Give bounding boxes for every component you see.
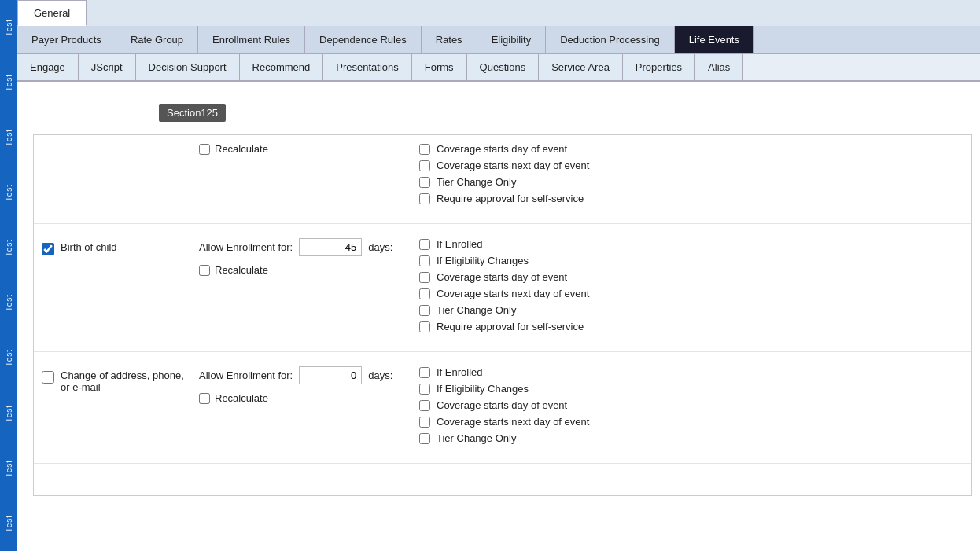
option-label: Require approval for self-service <box>437 193 584 204</box>
test-label-9: Test <box>5 460 13 477</box>
option-label: If Eligibility Changes <box>437 383 529 395</box>
test-label-3: Test <box>5 129 13 146</box>
option-label: Tier Change Only <box>437 304 516 316</box>
life-events-scroll-container[interactable]: Recalculate Coverage starts day of event… <box>33 134 972 496</box>
option-row: Coverage starts day of event <box>419 143 963 155</box>
change-of-address-checkbox[interactable] <box>42 371 54 384</box>
option-row: If Enrolled <box>419 238 963 250</box>
option-label: Tier Change Only <box>437 176 516 188</box>
option-label: Coverage starts next day of event <box>437 416 589 428</box>
tab-jscript[interactable]: JScript <box>79 54 136 80</box>
recalculate-label: Recalculate <box>215 264 268 276</box>
option-coverage-day-birth[interactable] <box>419 272 430 283</box>
tab-life-events[interactable]: Life Events <box>675 26 754 53</box>
allow-enrollment-label: Allow Enrollment for: <box>199 369 293 381</box>
recalculate-label: Recalculate <box>215 392 268 404</box>
enrollment-section-change-of-address: Allow Enrollment for: days: Recalculate <box>199 366 411 404</box>
test-sidebar: Test Test Test Test Test Test Test Test … <box>0 0 17 551</box>
option-coverage-next-day-birth[interactable] <box>419 288 430 299</box>
event-check-birth-of-child: Birth of child <box>42 238 199 255</box>
option-row: Coverage starts next day of event <box>419 160 963 171</box>
option-row: Coverage starts next day of event <box>419 416 963 428</box>
tab-recommend[interactable]: Recommend <box>240 54 324 80</box>
tab-enrollment-rules[interactable]: Enrollment Rules <box>198 26 305 53</box>
life-event-row-change-of-address: Change of address, phone,or e-mail Allow… <box>34 352 971 464</box>
option-label: If Eligibility Changes <box>437 255 529 266</box>
tab-eligibility[interactable]: Eligibility <box>477 26 547 53</box>
tab-decision-support[interactable]: Decision Support <box>136 54 240 80</box>
option-label: Tier Change Only <box>437 432 516 444</box>
options-section-top: Coverage starts day of event Coverage st… <box>411 143 963 209</box>
option-coverage-next-day-top[interactable] <box>419 160 430 171</box>
option-if-eligibility-address[interactable] <box>419 384 430 395</box>
tab-rates[interactable]: Rates <box>422 26 477 53</box>
option-if-enrolled-birth[interactable] <box>419 239 430 250</box>
enrollment-row: Allow Enrollment for: days: <box>199 238 411 256</box>
main-content: General Payer Products Rate Group Enroll… <box>17 0 980 551</box>
enrollment-days-input-birth-of-child[interactable] <box>299 238 362 256</box>
tab-general[interactable]: General <box>17 0 87 26</box>
section-label: Section125 <box>159 104 226 122</box>
option-label: Coverage starts day of event <box>437 143 567 155</box>
option-coverage-day-address[interactable] <box>419 400 430 411</box>
option-require-approval-birth[interactable] <box>419 321 430 332</box>
option-require-approval-top[interactable] <box>419 193 430 204</box>
option-label: If Enrolled <box>437 366 483 378</box>
allow-enrollment-label: Allow Enrollment for: <box>199 241 293 253</box>
recalculate-row: Recalculate <box>199 392 411 404</box>
tab-questions[interactable]: Questions <box>467 54 540 80</box>
options-section-change-of-address: If Enrolled If Eligibility Changes Cover… <box>411 366 963 449</box>
tab-bar-primary: Payer Products Rate Group Enrollment Rul… <box>17 26 980 54</box>
option-row: Tier Change Only <box>419 304 963 316</box>
partial-row: Recalculate Coverage starts day of event… <box>34 135 971 224</box>
birth-of-child-checkbox[interactable] <box>42 243 54 255</box>
tab-payer-products[interactable]: Payer Products <box>17 26 116 53</box>
recalculate-row: Recalculate <box>199 264 411 276</box>
option-coverage-day-top[interactable] <box>419 144 430 155</box>
option-row: Coverage starts day of event <box>419 399 963 411</box>
life-event-row-birth-of-child: Birth of child Allow Enrollment for: day… <box>34 224 971 352</box>
test-label-8: Test <box>5 405 13 422</box>
option-label: Coverage starts day of event <box>437 399 567 411</box>
tab-bar-secondary: Engage JScript Decision Support Recommen… <box>17 54 980 82</box>
tab-rate-group[interactable]: Rate Group <box>116 26 198 53</box>
test-label-1: Test <box>5 19 13 36</box>
tab-presentations[interactable]: Presentations <box>323 54 412 80</box>
tab-alias[interactable]: Alias <box>695 54 743 80</box>
option-if-eligibility-birth[interactable] <box>419 255 430 266</box>
recalculate-checkbox-address[interactable] <box>199 393 210 404</box>
option-row: Tier Change Only <box>419 176 963 188</box>
option-row: If Enrolled <box>419 366 963 378</box>
event-check-change-of-address: Change of address, phone,or e-mail <box>42 366 199 393</box>
tab-engage[interactable]: Engage <box>17 54 79 80</box>
option-row: If Eligibility Changes <box>419 255 963 266</box>
option-tier-change-birth[interactable] <box>419 305 430 316</box>
enrollment-days-input-address[interactable] <box>299 366 362 384</box>
tab-forms[interactable]: Forms <box>412 54 467 80</box>
option-row: Require approval for self-service <box>419 193 963 204</box>
tab-deduction-processing[interactable]: Deduction Processing <box>546 26 674 53</box>
recalculate-checkbox-birth-of-child[interactable] <box>199 265 210 276</box>
test-label-5: Test <box>5 239 13 256</box>
test-label-4: Test <box>5 184 13 201</box>
enrollment-section-birth-of-child: Allow Enrollment for: days: Recalculate <box>199 238 411 276</box>
birth-of-child-label: Birth of child <box>61 241 117 253</box>
options-section-birth-of-child: If Enrolled If Eligibility Changes Cover… <box>411 238 963 337</box>
test-label-2: Test <box>5 74 13 91</box>
option-row: Require approval for self-service <box>419 321 963 332</box>
tab-bar-general: General <box>17 0 980 26</box>
tab-service-area[interactable]: Service Area <box>539 54 623 80</box>
tab-properties[interactable]: Properties <box>623 54 695 80</box>
option-label: Coverage starts day of event <box>437 271 567 283</box>
tab-dependence-rules[interactable]: Dependence Rules <box>305 26 422 53</box>
option-label: Require approval for self-service <box>437 321 584 332</box>
option-row: Coverage starts next day of event <box>419 288 963 299</box>
option-coverage-next-day-address[interactable] <box>419 417 430 428</box>
change-of-address-label: Change of address, phone,or e-mail <box>61 369 184 393</box>
option-label: If Enrolled <box>437 238 483 250</box>
option-tier-change-top[interactable] <box>419 177 430 188</box>
option-tier-change-address[interactable] <box>419 433 430 444</box>
option-row: Coverage starts day of event <box>419 271 963 283</box>
option-if-enrolled-address[interactable] <box>419 367 430 378</box>
recalculate-checkbox-top[interactable] <box>199 144 210 155</box>
